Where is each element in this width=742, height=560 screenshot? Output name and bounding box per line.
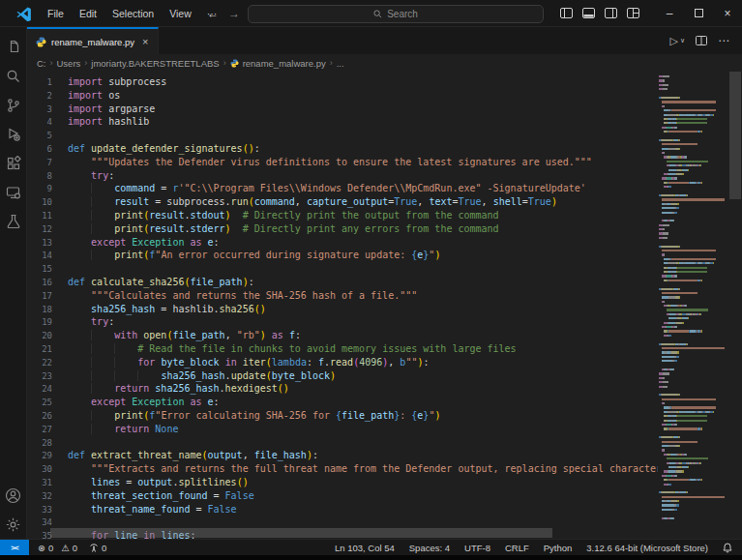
- code-line[interactable]: 22 for byte_block in iter(lambda: f.read…: [27, 356, 658, 369]
- code-line[interactable]: 1import subprocess: [27, 75, 658, 89]
- breadcrumb-item[interactable]: jmoriarty.BAKERSTREETLABS: [91, 58, 219, 69]
- cursor-position[interactable]: Ln 103, Col 54: [335, 543, 395, 553]
- code-line[interactable]: 10 result = subprocess.run(command, capt…: [27, 195, 658, 209]
- encoding-setting[interactable]: UTF-8: [464, 543, 490, 553]
- code-line[interactable]: 27 return None: [27, 423, 658, 436]
- code-line[interactable]: 7 """Updates the Defender virus definiti…: [27, 156, 658, 169]
- back-arrow-icon[interactable]: ←: [205, 7, 221, 20]
- tab-close-icon[interactable]: ×: [142, 37, 148, 47]
- accounts-icon[interactable]: [0, 481, 27, 510]
- search-placeholder: Search: [387, 9, 418, 19]
- menu-selection[interactable]: Selection: [105, 5, 161, 22]
- breadcrumb-separator-icon[interactable]: ›: [330, 58, 333, 68]
- breadcrumb-separator-icon[interactable]: ›: [50, 58, 53, 68]
- code-line[interactable]: 14 print(f"An error occurred during sign…: [27, 249, 658, 262]
- code-line[interactable]: 19 try:: [27, 315, 658, 329]
- vertical-scrollbar-thumb[interactable]: [729, 72, 741, 199]
- breadcrumb-file[interactable]: rename_malware.py: [243, 58, 326, 69]
- code-line[interactable]: 12 print(result.stderr) # Directly print…: [27, 222, 658, 236]
- errors-count: 0: [48, 543, 53, 553]
- code-line[interactable]: 3import argparse: [27, 103, 658, 116]
- minimize-button[interactable]: –: [655, 0, 684, 26]
- code-line[interactable]: 2import os: [27, 89, 658, 103]
- toggle-sidebar-icon[interactable]: [560, 8, 573, 18]
- maximize-button[interactable]: [684, 0, 713, 26]
- code-line[interactable]: 13 except Exception as e:: [27, 236, 658, 250]
- source-control-icon[interactable]: [0, 91, 27, 120]
- remote-indicator-button[interactable]: ><: [0, 540, 29, 555]
- breadcrumb-item[interactable]: C:: [37, 58, 46, 69]
- explorer-icon[interactable]: [0, 33, 27, 62]
- code-line[interactable]: 24 return sha256_hash.hexdigest(): [27, 382, 658, 396]
- close-button[interactable]: ×: [713, 0, 742, 26]
- titlebar: File Edit Selection View ··· ← → Search: [0, 0, 742, 27]
- code-line[interactable]: 20 with open(file_path, "rb") as f:: [27, 329, 658, 342]
- testing-icon[interactable]: [0, 207, 27, 236]
- code-line[interactable]: 33 threat_name_found = False: [27, 503, 658, 516]
- code-line[interactable]: 28: [27, 436, 658, 450]
- line-number: 13: [27, 236, 52, 250]
- code-line[interactable]: 17 """Calculates and returns the SHA-256…: [27, 289, 658, 303]
- menu-file[interactable]: File: [41, 5, 71, 22]
- extensions-icon[interactable]: [0, 149, 27, 178]
- eol-setting[interactable]: CRLF: [505, 543, 529, 553]
- settings-gear-icon[interactable]: [0, 510, 27, 539]
- ports-button[interactable]: 0: [89, 543, 106, 553]
- run-python-button[interactable]: ▷ ∨: [669, 35, 685, 47]
- code-line[interactable]: 18 sha256_hash = hashlib.sha256(): [27, 303, 658, 316]
- code-line[interactable]: 5: [27, 129, 658, 142]
- menu-edit[interactable]: Edit: [73, 5, 104, 22]
- breadcrumb-separator-icon[interactable]: ›: [223, 58, 226, 68]
- code-line[interactable]: 23 sha256_hash.update(byte_block): [27, 369, 658, 383]
- breadcrumb-item[interactable]: Users: [57, 58, 81, 69]
- horizontal-scrollbar-thumb[interactable]: [50, 528, 552, 538]
- python-interpreter[interactable]: 3.12.6 64-bit (Microsoft Store): [586, 543, 708, 553]
- code-line[interactable]: 4import hashlib: [27, 115, 658, 129]
- toggle-panel-icon[interactable]: [582, 8, 595, 18]
- search-input[interactable]: Search: [248, 5, 544, 23]
- main-area: rename_malware.py × ▷ ∨ ⋯ C:›Users›jmori…: [0, 27, 742, 539]
- code-line[interactable]: 26 print(f"Error calculating SHA-256 for…: [27, 409, 658, 423]
- indentation-setting[interactable]: Spaces: 4: [409, 543, 450, 553]
- line-number: 12: [27, 222, 52, 236]
- forward-arrow-icon[interactable]: →: [226, 7, 242, 20]
- code-text: def update_defender_signatures():: [68, 142, 260, 156]
- more-actions-icon[interactable]: ⋯: [718, 34, 730, 47]
- language-mode[interactable]: Python: [544, 543, 573, 553]
- code-line[interactable]: 32 threat_section_found = False: [27, 489, 658, 503]
- code-line[interactable]: 25 except Exception as e:: [27, 396, 658, 409]
- customize-layout-icon[interactable]: [627, 8, 639, 18]
- vertical-scrollbar[interactable]: [728, 72, 742, 539]
- notifications-bell-icon[interactable]: [723, 543, 732, 553]
- breadcrumb-separator-icon[interactable]: ›: [84, 58, 87, 68]
- code-line[interactable]: 9 command = r'"C:\\Program Files\\Window…: [27, 182, 658, 195]
- menu-view[interactable]: View: [163, 5, 198, 22]
- code-line[interactable]: 8 try:: [27, 169, 658, 183]
- code-line[interactable]: 30 """Extracts and returns the full thre…: [27, 462, 658, 476]
- code-line[interactable]: 21 # Read the file in chunks to avoid me…: [27, 342, 658, 356]
- code-line[interactable]: 29def extract_threat_name(output, file_h…: [27, 449, 658, 462]
- code-text: def calculate_sha256(file_path):: [68, 276, 254, 289]
- breadcrumb[interactable]: C:›Users›jmoriarty.BAKERSTREETLABS›renam…: [27, 54, 742, 72]
- ports-radio-tower-icon: [89, 543, 99, 552]
- code-line[interactable]: 31 lines = output.splitlines(): [27, 476, 658, 489]
- toggle-secondary-sidebar-icon[interactable]: [605, 8, 617, 18]
- code-area[interactable]: 1import subprocess2import os3import argp…: [27, 72, 658, 539]
- problems-button[interactable]: ⊗ 0 ⚠ 0: [38, 543, 77, 553]
- remote-explorer-icon[interactable]: [0, 178, 27, 207]
- line-number: 22: [27, 356, 52, 369]
- split-editor-icon[interactable]: [696, 36, 707, 45]
- code-text: lines = output.splitlines(): [68, 476, 249, 489]
- line-number: 20: [27, 329, 52, 342]
- code-line[interactable]: 6def update_defender_signatures():: [27, 142, 658, 156]
- search-sidebar-icon[interactable]: [0, 62, 27, 91]
- code-line[interactable]: 16def calculate_sha256(file_path):: [27, 276, 658, 289]
- code-line[interactable]: 15: [27, 262, 658, 276]
- tab-rename-malware[interactable]: rename_malware.py ×: [27, 27, 159, 54]
- line-number: 4: [27, 115, 52, 129]
- code-text: threat_name_found = False: [68, 503, 237, 516]
- code-line[interactable]: 11 print(result.stdout) # Directly print…: [27, 209, 658, 222]
- run-debug-icon[interactable]: [0, 120, 27, 149]
- minimap[interactable]: [659, 75, 727, 539]
- breadcrumb-trailing[interactable]: ...: [337, 58, 344, 69]
